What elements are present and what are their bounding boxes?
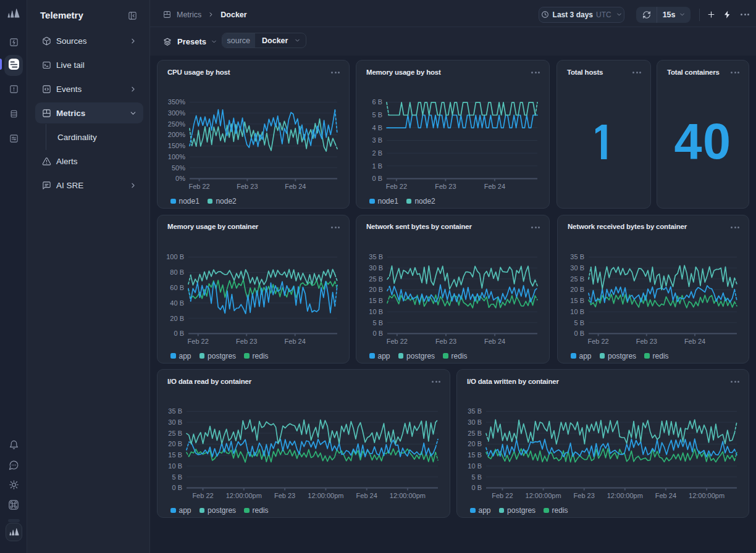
svg-text:12:00:00pm: 12:00:00pm (526, 492, 561, 499)
svg-text:0%: 0% (175, 175, 185, 182)
svg-text:Feb 23: Feb 23 (274, 492, 295, 499)
svg-text:25 B: 25 B (468, 430, 482, 437)
svg-text:5 B: 5 B (172, 473, 182, 481)
svg-text:12:00:00pm: 12:00:00pm (607, 492, 643, 499)
svg-text:Feb 24: Feb 24 (356, 492, 377, 499)
svg-text:150%: 150% (168, 142, 185, 149)
svg-text:0 B: 0 B (174, 330, 184, 337)
svg-text:300%: 300% (168, 109, 185, 117)
svg-text:35 B: 35 B (468, 407, 482, 415)
svg-text:30 B: 30 B (168, 418, 182, 426)
svg-text:Feb 23: Feb 23 (236, 338, 257, 345)
svg-text:Feb 23: Feb 23 (636, 338, 657, 345)
svg-text:25 B: 25 B (570, 275, 584, 282)
svg-text:25 B: 25 B (168, 430, 182, 437)
svg-text:2 B: 2 B (372, 149, 382, 157)
svg-text:Feb 22: Feb 22 (387, 338, 408, 345)
svg-text:5 B: 5 B (471, 473, 482, 481)
svg-text:12:00:00pm: 12:00:00pm (226, 492, 262, 499)
svg-text:35 B: 35 B (369, 253, 383, 260)
svg-text:20 B: 20 B (168, 440, 182, 447)
svg-text:Feb 22: Feb 22 (386, 183, 407, 190)
svg-text:3 B: 3 B (372, 136, 382, 144)
svg-text:10 B: 10 B (168, 462, 182, 470)
svg-text:Feb 22: Feb 22 (492, 492, 513, 499)
svg-text:20 B: 20 B (369, 286, 383, 293)
svg-text:Feb 23: Feb 23 (237, 183, 258, 190)
svg-text:10 B: 10 B (468, 462, 482, 470)
svg-text:15 B: 15 B (168, 451, 182, 459)
svg-text:Feb 22: Feb 22 (192, 492, 213, 499)
svg-text:0 B: 0 B (172, 484, 182, 491)
svg-text:5 B: 5 B (372, 318, 383, 326)
svg-text:12:00:00pm: 12:00:00pm (390, 492, 426, 499)
svg-text:10 B: 10 B (570, 307, 584, 315)
svg-text:20 B: 20 B (570, 286, 584, 293)
svg-text:Feb 23: Feb 23 (435, 183, 456, 190)
svg-text:25 B: 25 B (369, 275, 383, 282)
svg-text:30 B: 30 B (468, 418, 482, 426)
svg-text:Feb 22: Feb 22 (188, 338, 209, 345)
svg-text:35 B: 35 B (570, 253, 584, 260)
svg-text:Feb 24: Feb 24 (684, 338, 705, 345)
svg-text:5 B: 5 B (574, 318, 584, 326)
svg-text:15 B: 15 B (369, 297, 383, 304)
svg-text:0 B: 0 B (471, 484, 482, 491)
svg-text:250%: 250% (168, 120, 185, 128)
svg-text:60 B: 60 B (170, 283, 184, 291)
svg-text:35 B: 35 B (168, 407, 182, 415)
svg-text:Feb 24: Feb 24 (484, 183, 505, 190)
svg-text:200%: 200% (168, 131, 185, 138)
svg-text:1 B: 1 B (372, 162, 382, 170)
svg-text:10 B: 10 B (369, 307, 383, 315)
svg-text:100 B: 100 B (166, 253, 184, 260)
svg-text:80 B: 80 B (170, 268, 184, 276)
svg-text:350%: 350% (168, 98, 185, 106)
svg-text:20 B: 20 B (468, 440, 482, 447)
svg-text:12:00:00pm: 12:00:00pm (308, 492, 343, 499)
svg-text:0 B: 0 B (372, 330, 383, 337)
svg-text:30 B: 30 B (570, 264, 584, 272)
svg-text:50%: 50% (172, 164, 185, 172)
svg-text:100%: 100% (168, 153, 185, 160)
svg-text:Feb 24: Feb 24 (285, 338, 306, 345)
svg-text:15 B: 15 B (570, 297, 584, 304)
svg-text:Feb 24: Feb 24 (285, 183, 306, 190)
svg-text:Feb 23: Feb 23 (574, 492, 595, 499)
svg-text:Feb 23: Feb 23 (435, 338, 456, 345)
svg-text:0 B: 0 B (574, 330, 584, 337)
svg-text:15 B: 15 B (468, 451, 482, 459)
svg-text:30 B: 30 B (369, 264, 383, 272)
svg-text:5 B: 5 B (372, 111, 382, 118)
svg-text:12:00:00pm: 12:00:00pm (689, 492, 724, 499)
svg-text:Feb 22: Feb 22 (587, 338, 608, 345)
svg-text:0 B: 0 B (372, 175, 382, 182)
svg-text:4 B: 4 B (372, 124, 382, 131)
svg-text:6 B: 6 B (372, 98, 382, 106)
svg-text:Feb 24: Feb 24 (484, 338, 505, 345)
svg-text:Feb 22: Feb 22 (188, 183, 209, 190)
svg-text:40 B: 40 B (170, 299, 184, 306)
svg-text:Feb 24: Feb 24 (655, 492, 676, 499)
svg-text:20 B: 20 B (170, 314, 184, 322)
